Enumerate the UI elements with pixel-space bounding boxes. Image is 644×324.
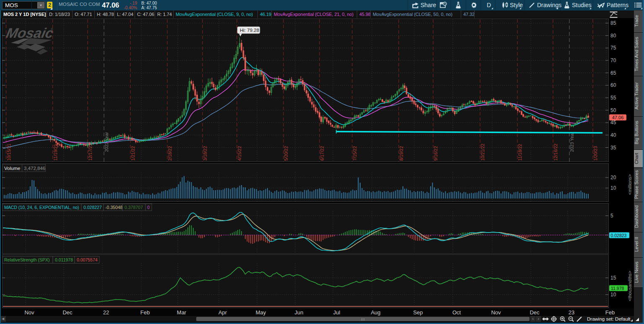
svg-text:0: 0 [147,205,150,210]
svg-text:0.028227: 0.028227 [83,205,102,210]
svg-text:3,472,846: 3,472,846 [24,166,45,171]
svg-text:6/17/22: 6/17/22 [319,146,325,161]
svg-text:10/21/22: 10/21/22 [480,144,485,161]
svg-text:40: 40 [610,132,616,138]
svg-text:60: 60 [610,82,616,88]
svg-text:80: 80 [610,33,616,39]
svg-text:8/19/22: 8/19/22 [399,146,404,161]
svg-text:15: 15 [610,275,616,281]
svg-text:RelativeStrength (SPX): RelativeStrength (SPX) [4,257,50,262]
svg-text:55: 55 [610,95,616,101]
svg-text:7/15/22: 7/15/22 [352,146,357,161]
svg-text:10: 10 [610,185,616,191]
svg-text:5/20/22: 5/20/22 [283,146,288,161]
svg-text:45: 45 [610,120,616,125]
svg-text:1/20/23: 1/20/23 [593,146,598,161]
svg-text:70: 70 [610,57,616,63]
svg-text:11.978: 11.978 [611,286,624,291]
svg-text:20: 20 [610,175,616,180]
svg-text:1/21/22: 1/21/22 [130,146,135,161]
svg-text:0.02823: 0.02823 [611,233,627,238]
svg-text:85: 85 [610,20,616,26]
svg-text:2/18/22: 2/18/22 [167,146,172,161]
svg-text:Volume: Volume [4,166,20,171]
svg-text:0.378707: 0.378707 [125,205,143,210]
svg-text:50: 50 [610,107,616,113]
svg-text:3/18/22: 3/18/22 [203,146,208,161]
svg-text:35: 35 [610,145,616,151]
svg-text:9/16/22: 9/16/22 [433,146,438,161]
svg-text:75: 75 [610,45,616,51]
svg-text:2023 Year: 2023 Year [569,132,574,152]
svg-text:MACD (10, 24, 6, EXPONENTIAL,: MACD (10, 24, 6, EXPONENTIAL, no) [4,205,79,210]
svg-text:47.06: 47.06 [612,115,624,120]
svg-text:10/15/21: 10/15/21 [6,144,11,161]
svg-text:4/15/22: 4/15/22 [237,146,242,161]
svg-text:12/16/22: 12/16/22 [553,144,558,161]
svg-text:10: 10 [610,292,616,298]
svg-text:5: 5 [610,213,613,219]
svg-text:65: 65 [610,70,616,76]
svg-text:11/19/21: 11/19/21 [53,144,58,161]
svg-text:-0.35048: -0.35048 [105,205,123,210]
svg-text:Hi: 79.28: Hi: 79.28 [240,28,259,33]
svg-text:0.011978: 0.011978 [55,257,73,262]
svg-text:11/18/22: 11/18/22 [517,144,522,161]
svg-text:0.0075574: 0.0075574 [77,257,98,262]
